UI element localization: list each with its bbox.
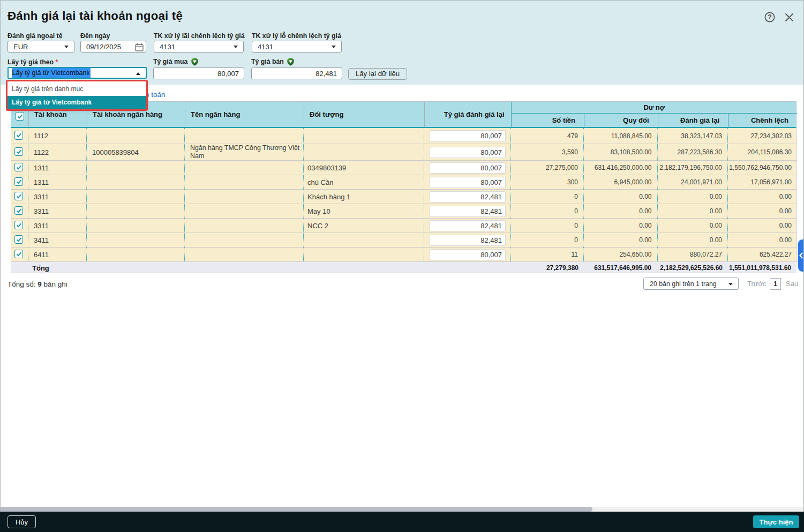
svg-text:?: ? [768,13,772,21]
